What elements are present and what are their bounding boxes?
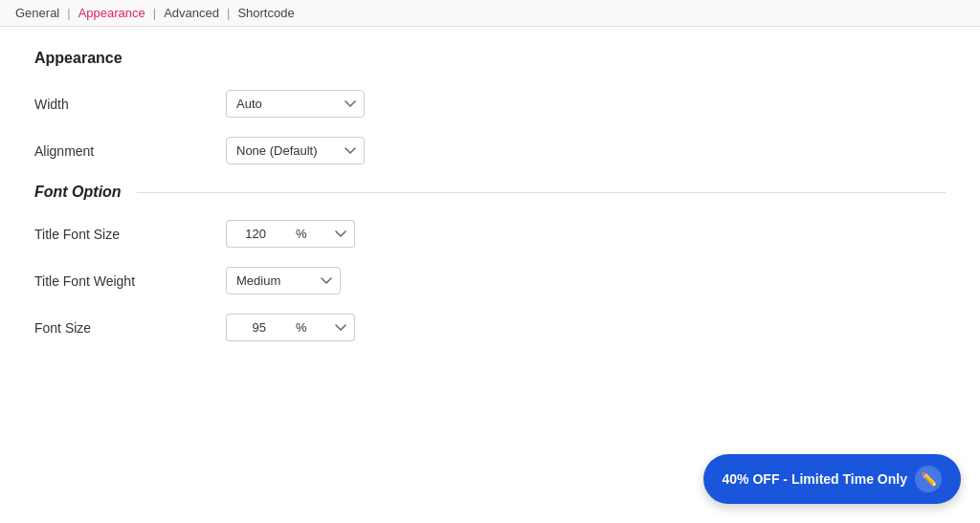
- alignment-select[interactable]: None (Default) Left Center Right: [226, 137, 365, 164]
- title-font-size-row: Title Font Size % px em rem: [34, 220, 946, 248]
- width-label: Width: [34, 97, 226, 112]
- font-option-header: Font Option: [34, 184, 946, 201]
- tab-appearance[interactable]: Appearance: [75, 4, 149, 22]
- title-font-size-input[interactable]: [226, 220, 288, 248]
- separator-3: |: [223, 6, 234, 20]
- tab-general[interactable]: General: [11, 4, 63, 22]
- title-font-size-unit-select[interactable]: % px em rem: [288, 220, 355, 248]
- title-font-size-unit-group: % px em rem: [226, 220, 355, 248]
- tab-shortcode[interactable]: Shortcode: [234, 4, 298, 22]
- alignment-row: Alignment None (Default) Left Center Rig…: [34, 137, 946, 164]
- title-font-weight-row: Title Font Weight Thin Extra Light Light…: [34, 267, 946, 294]
- font-size-label: Font Size: [34, 320, 226, 336]
- separator-2: |: [149, 6, 160, 20]
- font-option-title: Font Option: [34, 184, 122, 201]
- font-size-control: % px em rem: [226, 314, 355, 341]
- tab-bar: General | Appearance | Advanced | Shortc…: [0, 0, 980, 27]
- title-font-size-control: % px em rem: [226, 220, 355, 248]
- section-title: Appearance: [34, 50, 946, 67]
- main-content: Appearance Width Auto Custom Full Width …: [0, 27, 980, 383]
- promo-button[interactable]: 40% OFF - Limited Time Only ✏️: [703, 454, 961, 504]
- title-font-size-label: Title Font Size: [34, 227, 226, 242]
- font-size-unit-group: % px em rem: [226, 314, 355, 341]
- width-control: Auto Custom Full Width: [226, 90, 365, 118]
- promo-icon: ✏️: [915, 466, 942, 492]
- title-font-weight-select[interactable]: Thin Extra Light Light Normal Medium Sem…: [226, 267, 341, 294]
- section-divider: [137, 192, 946, 193]
- alignment-label: Alignment: [34, 143, 226, 159]
- width-select[interactable]: Auto Custom Full Width: [226, 90, 365, 118]
- font-size-row: Font Size % px em rem: [34, 314, 946, 341]
- title-font-weight-label: Title Font Weight: [34, 273, 226, 289]
- promo-label: 40% OFF - Limited Time Only: [723, 471, 907, 487]
- title-font-weight-control: Thin Extra Light Light Normal Medium Sem…: [226, 267, 341, 294]
- tab-advanced[interactable]: Advanced: [160, 4, 223, 22]
- alignment-control: None (Default) Left Center Right: [226, 137, 365, 164]
- font-size-unit-select[interactable]: % px em rem: [288, 314, 355, 341]
- font-size-input[interactable]: [226, 314, 288, 341]
- width-row: Width Auto Custom Full Width: [34, 90, 946, 118]
- separator-1: |: [63, 6, 74, 20]
